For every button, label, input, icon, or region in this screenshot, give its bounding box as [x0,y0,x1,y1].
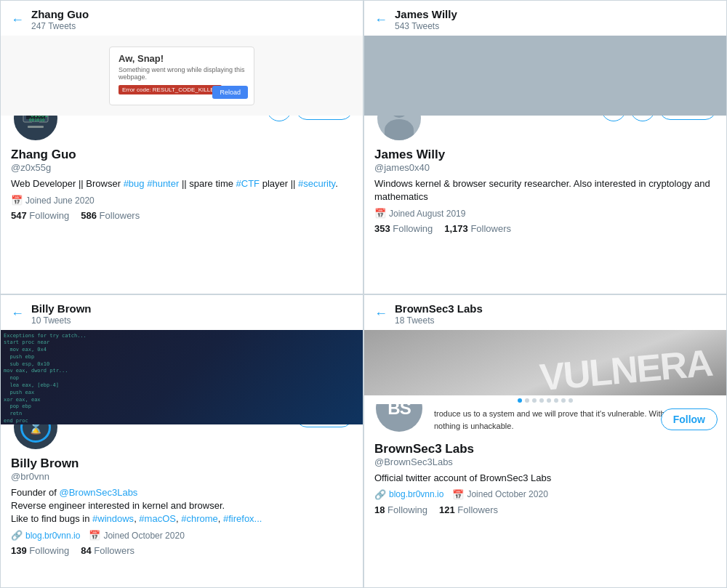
calendar-icon-brownsec: 📅 [452,489,464,500]
profile-handle-billy: @br0vnn [11,471,353,482]
person-body-james [385,119,414,140]
billy-logo: ⌛ [20,424,51,443]
bio-link-ctf[interactable]: #CTF [236,178,260,189]
profile-row-james: ··· ✉ Follow [374,116,716,143]
avatar-bs-content: BS [376,404,422,432]
bio-link-chrome[interactable]: #chrome [181,513,218,524]
banner-james-bg [364,36,726,116]
silhouette-shape-james [383,116,416,140]
banner-billy: Exceptions for try catch... start proc n… [1,330,363,424]
bio-link-windows[interactable]: #windows [92,513,134,524]
joined-text-brownsec: Joined October 2020 [467,489,547,499]
action-buttons-james: ··· ✉ Follow [601,116,716,121]
following-label-brownsec: Following [387,504,427,515]
profile-name-billy: Billy Brown [11,456,353,471]
following-label-billy: Following [29,545,69,556]
following-stat-zhang[interactable]: 547 Following [11,210,69,221]
dot-8 [569,398,573,403]
follow-button-billy[interactable]: Follow [296,424,353,427]
following-stat-brownsec[interactable]: 18 Following [374,504,427,515]
followers-count-james: 1,173 [444,223,468,234]
profile-name-james: James Willy [374,148,716,162]
svg-text:001010: 001010 [29,117,45,122]
bio-link-brownsec[interactable]: @BrownSec3Labs [60,487,138,498]
followers-stat-james[interactable]: 1,173 Followers [444,223,511,234]
banner-billy-content: Exceptions for try catch... start proc n… [1,330,363,424]
person-silhouette-james [377,116,421,140]
meta-joined-brownsec: 📅 Joined October 2020 [452,489,547,500]
mail-button-james[interactable]: ✉ [630,116,655,121]
bio-link-macos[interactable]: #macOS [139,513,176,524]
profile-name-brownsec: BrownSec3 Labs [374,442,716,456]
followers-stat-billy[interactable]: 84 Followers [81,545,134,556]
follow-button-area-brownsec: Follow [661,408,718,430]
profile-meta-billy: 🔗 blog.br0vnn.io 📅 Joined October 2020 [11,530,353,541]
profile-stats-brownsec: 18 Following 121 Followers [374,504,716,515]
profile-section-brownsec: BrownSec3 Labs @BrownSec3Labs Official t… [364,438,726,515]
header-name-brownsec: BrownSec3 Labs [395,302,483,315]
action-buttons-billy: Follow [296,424,353,427]
calendar-icon-billy: 📅 [89,530,100,541]
followers-label-billy: Followers [94,545,134,556]
following-stat-james[interactable]: 353 Following [374,223,433,234]
followers-label-james: Followers [470,223,511,234]
followers-stat-brownsec[interactable]: 121 Followers [439,504,498,515]
more-options-button-james[interactable]: ··· [601,116,626,121]
profile-bio-brownsec: Official twitter account of BrownSec3 La… [374,472,716,485]
back-arrow-zhang[interactable]: ← [11,12,24,28]
more-options-button-zhang[interactable]: ··· [267,116,292,121]
avatar-james [374,116,424,143]
profile-meta-james: 📅 Joined August 2019 [374,208,716,219]
bio-link-hunter[interactable]: #hunter [147,178,179,189]
joined-text-zhang: Joined June 2020 [25,196,95,206]
error-code: Error code: RESULT_CODE_KILLED [119,85,222,94]
card-header-billy: ← Billy Brown 10 Tweets [1,295,363,330]
back-arrow-billy[interactable]: ← [11,306,24,321]
bio-link-security[interactable]: #security [298,178,335,189]
bio-link-firefox[interactable]: #firefox... [223,513,262,524]
card-james-willy: ← James Willy 543 Tweets [364,0,727,294]
follow-button-zhang[interactable]: Follow [296,116,353,120]
website-link-billy[interactable]: blog.br0vnn.io [25,531,80,541]
meta-joined-billy: 📅 Joined October 2020 [89,530,184,541]
aw-snap-box: Aw, Snap! Something went wrong while dis… [109,47,254,105]
following-count-billy: 139 [11,545,27,556]
bio-link-bug[interactable]: #bug [124,178,145,189]
back-arrow-brownsec[interactable]: ← [374,306,387,321]
banner-img-zhang: Aw, Snap! Something went wrong while dis… [1,36,363,116]
vulnr-text: VULNERA [537,340,713,395]
dot-4 [539,398,544,403]
dot-7 [561,398,566,403]
header-name-zhang: Zhang Guo [31,8,89,21]
card-billy-brown: ← Billy Brown 10 Tweets Exceptions for t… [0,294,364,589]
avatar-billy-content: ⌛ [14,424,57,449]
calendar-icon-zhang: 📅 [11,195,23,206]
header-info-brownsec: BrownSec3 Labs 18 Tweets [395,302,483,326]
aw-snap-title: Aw, Snap! [119,53,245,64]
svg-rect-5 [32,122,39,126]
profile-handle-james: @james0x40 [374,162,716,173]
header-name-billy: Billy Brown [31,302,92,315]
reload-button[interactable]: Reload [212,86,248,99]
follow-button-james[interactable]: Follow [659,116,716,120]
website-link-brownsec[interactable]: blog.br0vnn.io [389,489,443,499]
bs-letters: BS [387,404,410,419]
profile-stats-billy: 139 Following 84 Followers [11,545,353,556]
joined-text-billy: Joined October 2020 [103,531,184,541]
person-head-james [390,116,408,118]
dot-3 [532,398,537,403]
profile-name-zhang: Zhang Guo [11,148,353,162]
following-stat-billy[interactable]: 139 Following [11,545,69,556]
profile-meta-zhang: 📅 Joined June 2020 [11,195,353,206]
followers-stat-zhang[interactable]: 586 Followers [81,210,140,221]
link-icon-billy: 🔗 [11,530,23,541]
header-info-james: James Willy 543 Tweets [395,8,457,31]
card-brownsec3: ← BrownSec3 Labs 18 Tweets VULNERA [364,294,727,589]
back-arrow-james[interactable]: ← [374,12,387,28]
svg-rect-6 [28,126,44,128]
following-label-james: Following [393,223,433,234]
banner-dots [364,395,726,404]
profile-handle-zhang: @z0x55g [11,162,353,173]
follow-button-brownsec[interactable]: Follow [661,408,718,430]
dot-1 [518,398,522,403]
